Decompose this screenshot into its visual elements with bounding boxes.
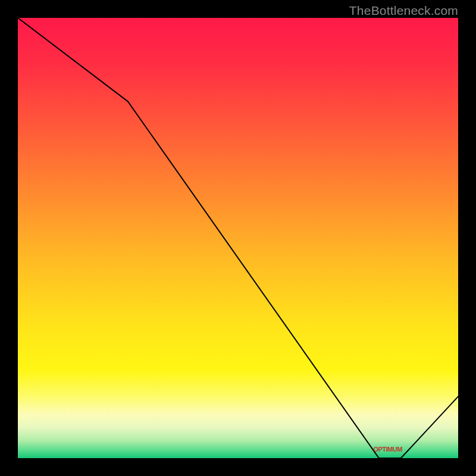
bottleneck-curve <box>18 18 458 458</box>
attribution-label: TheBottleneck.com <box>349 4 458 18</box>
chart-stage: TheBottleneck.com OPTIMUM <box>0 0 476 476</box>
optimum-annotation: OPTIMUM <box>373 446 402 453</box>
plot-area: OPTIMUM <box>18 18 458 458</box>
curve-layer <box>18 18 458 458</box>
